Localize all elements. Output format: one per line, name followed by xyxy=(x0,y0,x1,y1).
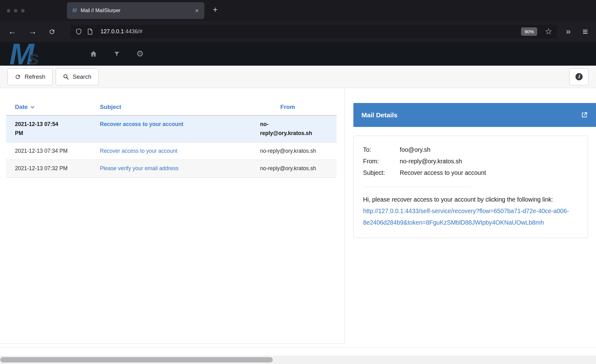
mailslurper-logo: Ms xyxy=(9,42,38,66)
browser-nav-toolbar: ← → 127.0.0.1 :4436/# 90% ☆ » ≡ xyxy=(0,21,596,42)
mail-from: no-reply@ory.kratos.sh xyxy=(251,116,337,142)
refresh-button-label: Refresh xyxy=(25,73,45,80)
from-label: From: xyxy=(363,156,400,167)
mail-date: 2021-12-13 07:54 PM xyxy=(6,116,70,142)
mail-date: 2021-12-13 07:32 PM xyxy=(6,160,70,177)
app-toolbar: Refresh Search i xyxy=(0,66,596,88)
filter-icon[interactable] xyxy=(114,51,120,57)
tab-close-icon[interactable]: × xyxy=(195,7,199,14)
window-control-dot[interactable] xyxy=(7,9,10,12)
subject-label: Subject: xyxy=(363,167,400,179)
info-icon: i xyxy=(575,73,583,80)
sort-chevron-down-icon xyxy=(30,105,35,110)
search-button-label: Search xyxy=(73,73,91,80)
shield-icon[interactable] xyxy=(75,28,82,35)
browser-tab-bar: M Mail // MailSlurper × + xyxy=(0,0,596,21)
header-icon-group: ⚙ xyxy=(90,42,144,66)
scrollbar-thumb[interactable] xyxy=(0,357,273,362)
to-label: To: xyxy=(363,144,400,156)
mail-subject-link[interactable]: Recover access to your account xyxy=(100,148,177,154)
open-external-icon[interactable] xyxy=(581,111,588,119)
mail-details-panel: Mail Details To: foo@ory.sh From: no-rep… xyxy=(345,88,596,344)
mail-subject-link[interactable]: Please verify your email address xyxy=(100,165,179,171)
mail-subject-link[interactable]: Recover access to your account xyxy=(100,121,183,127)
subject-value: Recover access to your account xyxy=(400,167,486,179)
new-tab-button[interactable]: + xyxy=(213,5,218,15)
tab-title: Mail // MailSlurper xyxy=(81,8,195,13)
window-control-dot[interactable] xyxy=(21,9,25,12)
zoom-level-badge[interactable]: 90% xyxy=(521,27,537,36)
bottom-divider xyxy=(0,348,596,348)
overflow-chevrons-icon[interactable]: » xyxy=(566,27,570,36)
settings-gear-icon[interactable]: ⚙ xyxy=(136,50,144,58)
forward-button[interactable]: → xyxy=(28,27,37,36)
url-path: :4436/# xyxy=(124,28,142,35)
mail-details-title: Mail Details xyxy=(361,111,398,119)
home-icon[interactable] xyxy=(90,50,97,58)
detail-to-row: To: foo@ory.sh xyxy=(363,144,578,156)
main-content: Date Subject From 2021-12-13 07:54 PM Re… xyxy=(0,88,596,344)
recovery-link[interactable]: http://127.0.0.1:4433/self-service/recov… xyxy=(363,208,569,226)
window-control-dot[interactable] xyxy=(14,9,17,12)
mail-list-header-row: Date Subject From xyxy=(6,100,337,116)
mail-details-header: Mail Details xyxy=(353,103,596,127)
column-header-date[interactable]: Date xyxy=(6,100,70,115)
refresh-button[interactable]: Refresh xyxy=(7,68,53,85)
logo-letter-s: s xyxy=(29,47,38,66)
horizontal-scrollbar[interactable] xyxy=(0,356,596,364)
search-button[interactable]: Search xyxy=(56,68,99,85)
mail-row-3[interactable]: 2021-12-13 07:32 PM Please verify your e… xyxy=(6,160,337,177)
mail-from: no-reply@ory.kratos.sh xyxy=(251,142,337,160)
url-host: 127.0.0.1 xyxy=(100,28,124,35)
mail-list: Date Subject From 2021-12-13 07:54 PM Re… xyxy=(0,88,345,344)
mail-row-1[interactable]: 2021-12-13 07:54 PM Recover access to yo… xyxy=(6,116,337,142)
detail-from-row: From: no-reply@ory.kratos.sh xyxy=(363,156,578,167)
mail-body-text: Hi, please recover access to your accoun… xyxy=(363,196,553,203)
info-button[interactable]: i xyxy=(569,68,589,85)
browser-window: M Mail // MailSlurper × + ← → 127.0.0.1 … xyxy=(0,0,596,364)
mail-details-card: To: foo@ory.sh From: no-reply@ory.kratos… xyxy=(353,136,588,238)
window-controls[interactable] xyxy=(7,9,25,12)
details-divider xyxy=(363,187,471,187)
detail-subject-row: Subject: Recover access to your account xyxy=(363,167,578,179)
hamburger-menu-icon[interactable]: ≡ xyxy=(582,27,588,36)
page-info-icon[interactable] xyxy=(87,28,93,35)
mail-date: 2021-12-13 07:34 PM xyxy=(6,142,70,160)
mail-row-2[interactable]: 2021-12-13 07:34 PM Recover access to yo… xyxy=(6,142,337,160)
mailslurper-favicon-icon: M xyxy=(72,8,77,13)
column-header-from[interactable]: From xyxy=(251,100,337,115)
browser-tab-mailslurper[interactable]: M Mail // MailSlurper × xyxy=(67,2,204,19)
mail-body: Hi, please recover access to your accoun… xyxy=(363,194,578,228)
mail-from: no-reply@ory.kratos.sh xyxy=(251,160,337,177)
from-value: no-reply@ory.kratos.sh xyxy=(400,156,462,167)
reload-button[interactable] xyxy=(49,28,55,35)
column-header-date-label: Date xyxy=(15,104,28,110)
back-button[interactable]: ← xyxy=(8,27,16,36)
column-header-subject[interactable]: Subject xyxy=(70,100,251,115)
to-value: foo@ory.sh xyxy=(400,144,431,156)
bookmark-star-icon[interactable]: ☆ xyxy=(545,27,552,36)
address-bar[interactable]: 127.0.0.1 :4436/# 90% ☆ xyxy=(70,25,557,39)
mailslurper-header: Ms ⚙ xyxy=(0,42,596,66)
